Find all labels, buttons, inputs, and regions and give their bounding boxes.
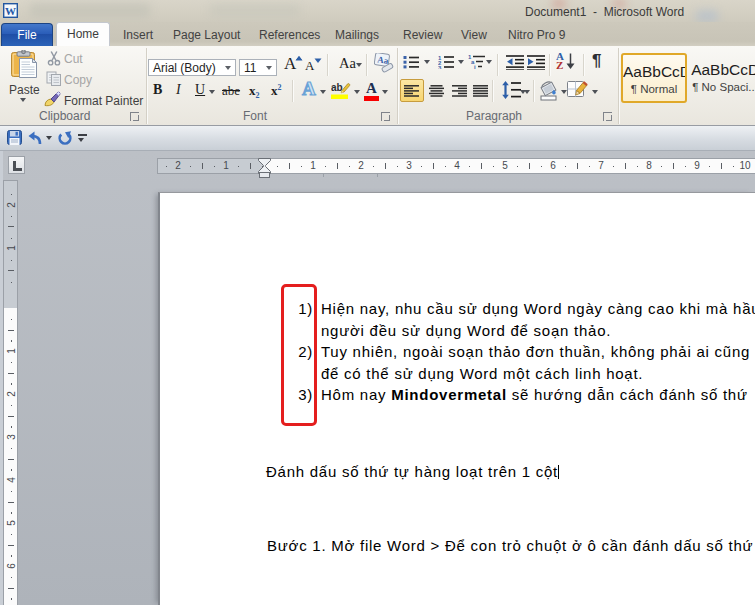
svg-text:W: W	[5, 5, 16, 17]
svg-text:Aa: Aa	[377, 54, 390, 66]
svg-text:3: 3	[438, 65, 442, 70]
svg-text:i: i	[474, 64, 476, 69]
svg-text:ab: ab	[331, 82, 343, 93]
